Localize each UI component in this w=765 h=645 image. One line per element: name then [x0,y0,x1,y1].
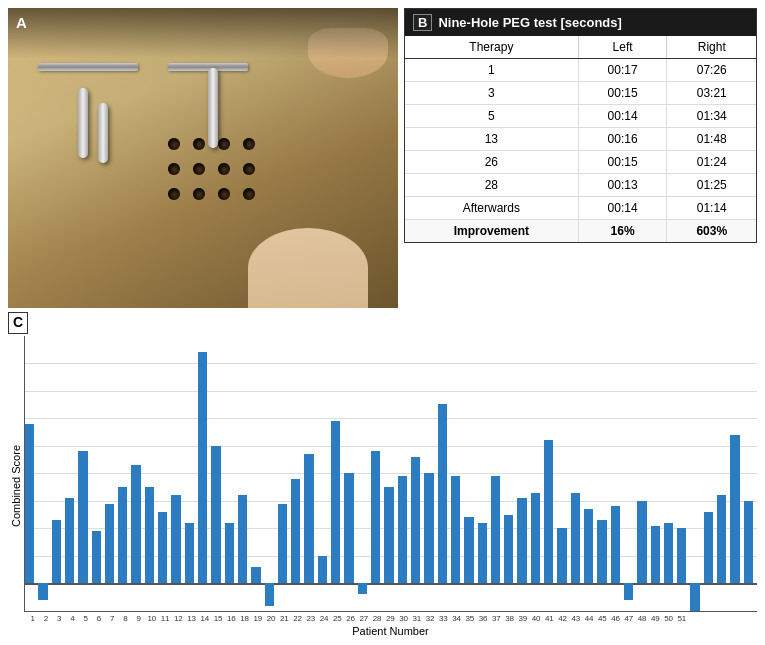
hole [218,188,230,200]
table-row: 2600:1501:24 [405,151,756,174]
bar [504,515,513,584]
x-tick-label: 5 [79,614,92,623]
bar [78,451,87,583]
y-axis-label: Combined Score [8,445,24,527]
peg [78,88,88,158]
bar [717,495,726,583]
x-tick-label: 38 [503,614,516,623]
x-axis: 1234567891011121314151618192021222324252… [24,614,757,623]
x-tick-label: 45 [596,614,609,623]
table-title: Nine-Hole PEG test [seconds] [438,15,621,30]
bar [637,501,646,584]
hole [193,138,205,150]
cell-therapy: 13 [405,128,578,151]
x-tick-label: 22 [291,614,304,623]
peg [98,103,108,163]
bar [690,583,699,612]
table-row: 500:1401:34 [405,105,756,128]
panel-b-badge: B [413,14,432,31]
x-tick-label: 51 [675,614,688,623]
x-tick-label: 21 [278,614,291,623]
x-tick-label: 50 [662,614,675,623]
x-tick-label: 4 [66,614,79,623]
x-tick-label: 3 [53,614,66,623]
cell-right: 01:14 [667,197,756,220]
x-tick-label: 26 [344,614,357,623]
bar [517,498,526,583]
cell-right: 01:34 [667,105,756,128]
table-row: 100:1707:26 [405,59,756,82]
improvement-cell-left: 16% [578,220,667,243]
x-tick-label: 48 [636,614,649,623]
x-tick-label: 30 [397,614,410,623]
cell-left: 00:15 [578,82,667,105]
x-tick-label: 8 [119,614,132,623]
hole [193,188,205,200]
x-tick-label: 41 [543,614,556,623]
x-tick-label: 16 [225,614,238,623]
grid-line [25,391,757,392]
chart-plot: 400350300250200150100500-50450 [24,336,757,612]
x-tick-label: 15 [212,614,225,623]
cell-left: 00:13 [578,174,667,197]
bar [624,583,633,600]
cell-left: 00:14 [578,105,667,128]
zero-line [25,583,757,585]
bar [185,523,194,584]
x-tick-label: 13 [185,614,198,623]
hole [193,163,205,175]
x-tick-label: 39 [516,614,529,623]
bar [491,476,500,583]
cell-left: 00:16 [578,128,667,151]
x-tick-label: 40 [530,614,543,623]
bar [65,498,74,583]
bar [92,531,101,583]
bar [584,509,593,583]
bar [38,583,47,600]
bar [251,567,260,584]
x-tick-label: 20 [265,614,278,623]
x-tick-label: 32 [424,614,437,623]
table-row: Afterwards00:1401:14 [405,197,756,220]
bar [384,487,393,583]
bar [278,504,287,584]
bar [438,404,447,583]
x-tick-label: 44 [583,614,596,623]
bar [664,523,673,584]
bar [651,526,660,584]
x-tick-label: 29 [384,614,397,623]
bar [158,512,167,584]
hole [243,138,255,150]
x-tick-label: 47 [622,614,635,623]
col-therapy: Therapy [405,36,578,59]
x-axis-label: Patient Number [24,625,757,637]
table-row: 300:1503:21 [405,82,756,105]
bar [411,457,420,584]
improvement-cell-right: 603% [667,220,756,243]
x-tick-label: 11 [159,614,172,623]
x-tick-label: 35 [463,614,476,623]
bar [704,512,713,584]
cell-right: 07:26 [667,59,756,82]
hole [243,163,255,175]
bar [464,517,473,583]
bar [597,520,606,583]
bar [398,476,407,583]
table-title-row: B Nine-Hole PEG test [seconds] [405,9,756,36]
x-tick-label [728,614,741,623]
bar [52,520,61,583]
bar [238,495,247,583]
x-tick-label: 6 [92,614,105,623]
cell-therapy: 28 [405,174,578,197]
grid-line [25,418,757,419]
panel-a-label: A [16,14,27,31]
x-tick-label: 12 [172,614,185,623]
x-tick-label: 46 [609,614,622,623]
x-tick-label [742,614,755,623]
bar [211,446,220,584]
peg [208,68,218,148]
x-tick-label: 43 [569,614,582,623]
grid-line [25,446,757,447]
bar [304,454,313,583]
cell-right: 01:48 [667,128,756,151]
